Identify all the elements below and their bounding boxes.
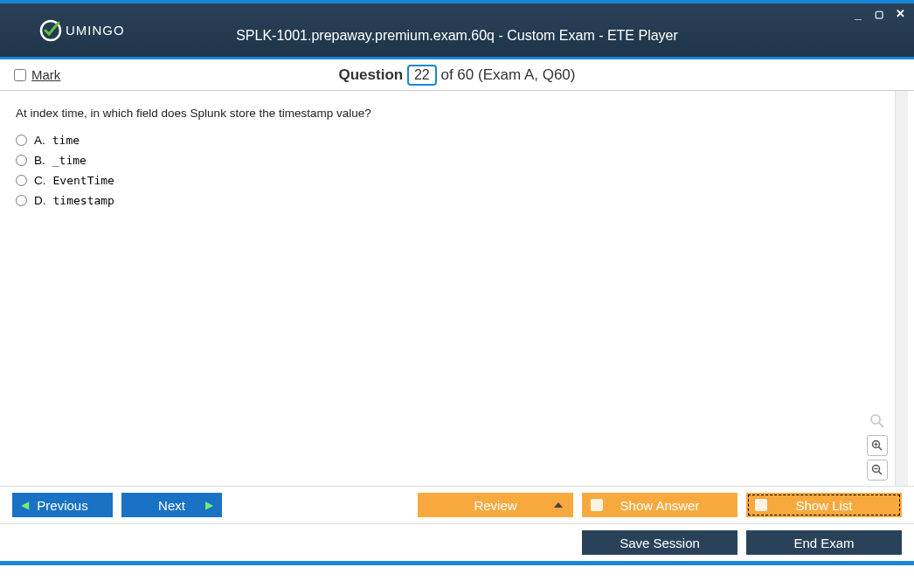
list-icon (755, 499, 767, 511)
mark-label[interactable]: Mark (31, 67, 60, 82)
option-value: _time (52, 154, 87, 167)
nav-button-row: ◀ Previous Next ▶ Review Show Answer Sho… (0, 486, 914, 523)
session-button-row: Save Session End Exam (0, 523, 914, 561)
end-exam-label: End Exam (793, 536, 854, 550)
chevron-up-icon (554, 502, 563, 508)
options-list: A. time B. _time C. EventTime D. timesta… (16, 134, 886, 207)
option-letter: A. (34, 134, 45, 147)
option-a[interactable]: A. time (16, 134, 886, 147)
previous-button[interactable]: ◀ Previous (12, 493, 113, 517)
maximize-button[interactable]: ▢ (872, 9, 886, 23)
next-button[interactable]: Next ▶ (121, 493, 222, 517)
search-icon[interactable] (867, 411, 888, 432)
svg-line-2 (879, 423, 883, 427)
option-b[interactable]: B. _time (16, 154, 886, 167)
show-list-label: Show List (795, 498, 852, 513)
option-value: timestamp (53, 194, 114, 207)
question-content: At index time, in which field does Splun… (7, 91, 895, 486)
option-c-radio[interactable] (16, 175, 27, 186)
option-a-radio[interactable] (16, 135, 27, 146)
close-button[interactable]: ✕ (893, 7, 907, 21)
question-label: Question (339, 66, 404, 83)
next-label: Next (158, 498, 185, 513)
option-c[interactable]: C. EventTime (16, 174, 886, 187)
svg-point-1 (871, 415, 880, 424)
save-session-label: Save Session (620, 536, 700, 550)
titlebar: UMINGO SPLK-1001.prepaway.premium.exam.6… (0, 0, 914, 57)
option-letter: D. (34, 194, 46, 207)
review-button[interactable]: Review (418, 493, 573, 517)
save-session-button[interactable]: Save Session (582, 530, 737, 555)
content-area: At index time, in which field does Splun… (0, 91, 914, 486)
option-letter: B. (34, 154, 45, 167)
question-total: of 60 (Exam A, Q60) (437, 66, 576, 83)
scrollbar[interactable] (895, 91, 908, 486)
chevron-left-icon: ◀ (21, 499, 29, 511)
option-value: EventTime (53, 174, 114, 187)
previous-label: Previous (37, 498, 87, 513)
option-d-radio[interactable] (16, 195, 27, 206)
svg-line-4 (879, 447, 883, 451)
end-exam-button[interactable]: End Exam (746, 530, 902, 555)
option-b-radio[interactable] (16, 155, 27, 166)
minimize-button[interactable]: _ (851, 7, 865, 21)
show-answer-button[interactable]: Show Answer (582, 493, 737, 517)
zoom-tools (867, 411, 888, 481)
window-controls: _ ▢ ✕ (851, 7, 907, 21)
option-letter: C. (34, 174, 46, 187)
question-position: Question 22 of 60 (Exam A, Q60) (0, 65, 914, 86)
zoom-in-button[interactable] (867, 435, 888, 456)
question-text: At index time, in which field does Splun… (16, 107, 886, 120)
show-list-button[interactable]: Show List (746, 493, 902, 517)
window-title: SPLK-1001.prepaway.premium.exam.60q - Cu… (0, 28, 914, 44)
chevron-right-icon: ▶ (205, 499, 213, 511)
show-answer-label: Show Answer (620, 498, 700, 513)
answer-icon (591, 499, 603, 511)
review-label: Review (474, 498, 516, 513)
mark-checkbox-wrap: Mark (14, 67, 60, 82)
question-header: Mark Question 22 of 60 (Exam A, Q60) (0, 59, 914, 91)
svg-line-8 (879, 472, 883, 475)
footer-bar (0, 561, 914, 565)
option-d[interactable]: D. timestamp (16, 194, 886, 207)
mark-checkbox[interactable] (14, 69, 26, 81)
option-value: time (52, 134, 80, 147)
question-number-box: 22 (407, 65, 437, 86)
zoom-out-button[interactable] (867, 460, 888, 481)
